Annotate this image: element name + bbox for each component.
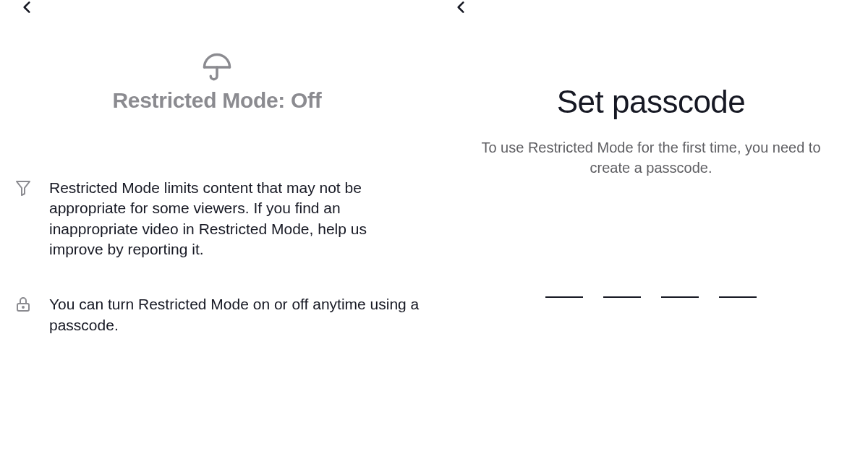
passcode-subtitle: To use Restricted Mode for the first tim… (463, 137, 839, 178)
restricted-mode-panel: Restricted Mode: Off Restricted Mode lim… (0, 0, 434, 454)
info-item-lock: You can turn Restricted Mode on or off a… (14, 294, 420, 335)
passcode-title: Set passcode (463, 84, 839, 120)
svg-marker-0 (17, 181, 30, 195)
passcode-header: Set passcode To use Restricted Mode for … (434, 84, 868, 178)
mode-header: Restricted Mode: Off (0, 52, 434, 113)
info-text: Restricted Mode limits content that may … (49, 178, 420, 260)
info-text: You can turn Restricted Mode on or off a… (49, 294, 420, 335)
passcode-digit-2[interactable] (603, 296, 641, 298)
passcode-input[interactable] (434, 296, 868, 298)
info-list: Restricted Mode limits content that may … (0, 178, 434, 335)
svg-point-2 (22, 307, 24, 308)
lock-icon (14, 296, 32, 313)
passcode-digit-4[interactable] (719, 296, 757, 298)
back-button[interactable] (16, 0, 38, 18)
set-passcode-panel: Set passcode To use Restricted Mode for … (434, 0, 868, 454)
passcode-digit-1[interactable] (545, 296, 583, 298)
funnel-icon (14, 179, 32, 197)
info-item-filter: Restricted Mode limits content that may … (14, 178, 420, 260)
passcode-digit-3[interactable] (661, 296, 699, 298)
mode-title: Restricted Mode: Off (0, 88, 434, 113)
back-button[interactable] (450, 0, 472, 18)
umbrella-icon (202, 52, 232, 82)
